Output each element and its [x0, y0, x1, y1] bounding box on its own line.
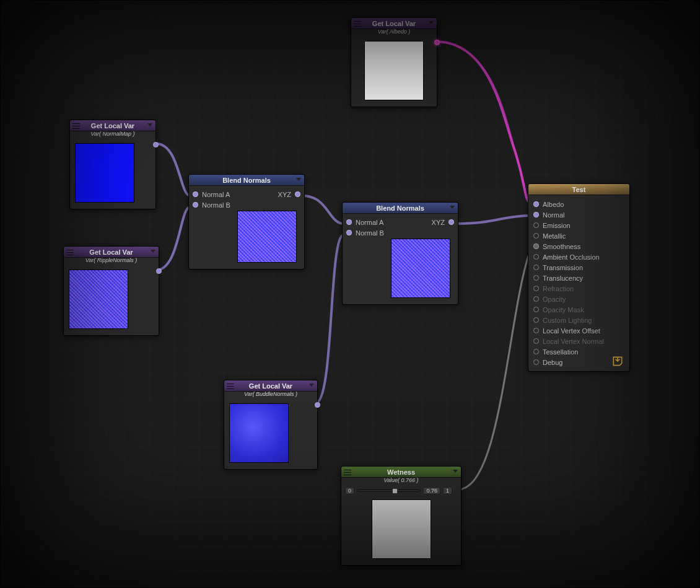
- node-header[interactable]: Get Local Var: [70, 120, 155, 131]
- slider-track[interactable]: [357, 489, 421, 492]
- node-get-local-var-buddlenormals[interactable]: Get Local Var Var( BuddleNormals ): [224, 380, 318, 470]
- node-header[interactable]: Get Local Var: [224, 380, 317, 392]
- slider-min[interactable]: 0: [345, 487, 354, 494]
- master-pin[interactable]: Opacity: [533, 294, 623, 304]
- drag-handle-icon[interactable]: [354, 20, 361, 27]
- drag-handle-icon[interactable]: [72, 122, 80, 129]
- node-subtitle: Var( BuddleNormals ): [224, 391, 317, 397]
- input-port[interactable]: [533, 233, 539, 239]
- pin-label: Custom Lighting: [543, 317, 592, 324]
- input-port[interactable]: [533, 286, 539, 291]
- node-header[interactable]: Get Local Var: [64, 247, 159, 258]
- master-pin-list: AlbedoNormalEmissionMetallicSmoothnessAm…: [528, 195, 629, 371]
- input-port-b[interactable]: [346, 230, 352, 235]
- master-pin[interactable]: Opacity Mask: [533, 304, 623, 315]
- node-title: Blend Normals: [376, 204, 424, 212]
- input-port[interactable]: [533, 254, 539, 260]
- pin-label: Local Vertex Offset: [543, 327, 600, 335]
- input-port[interactable]: [533, 265, 539, 270]
- node-title: Wetness: [387, 468, 415, 476]
- master-pin[interactable]: Tessellation: [533, 346, 623, 357]
- output-port[interactable]: [434, 40, 440, 45]
- node-title: Get Local Var: [372, 20, 416, 27]
- master-pin[interactable]: Custom Lighting: [533, 315, 623, 325]
- preview-swatch: [364, 41, 424, 100]
- input-port[interactable]: [533, 244, 539, 249]
- node-title: Blend Normals: [222, 177, 271, 184]
- master-pin[interactable]: Refraction: [533, 283, 623, 294]
- chevron-down-icon[interactable]: [450, 206, 455, 209]
- master-pin[interactable]: Smoothness: [533, 241, 623, 252]
- slider-max[interactable]: 1: [443, 487, 452, 494]
- node-wetness[interactable]: Wetness Value( 0.766 ) 0 0.76 1: [341, 466, 462, 566]
- input-port[interactable]: [533, 307, 539, 312]
- chevron-down-icon[interactable]: [296, 178, 301, 181]
- pin-label: Ambient Occlusion: [543, 253, 600, 261]
- node-header[interactable]: Blend Normals: [189, 175, 304, 186]
- master-pin[interactable]: Albedo: [533, 199, 623, 209]
- input-port[interactable]: [533, 349, 539, 354]
- pin-label: Local Vertex Normal: [543, 338, 604, 345]
- output-port-xyz[interactable]: [295, 191, 300, 197]
- input-port[interactable]: [533, 328, 539, 333]
- input-port[interactable]: [533, 359, 539, 365]
- chevron-down-icon[interactable]: [309, 384, 314, 387]
- master-pin[interactable]: Ambient Occlusion: [533, 252, 623, 262]
- input-port[interactable]: [533, 212, 539, 217]
- port-label: Normal A: [202, 191, 230, 198]
- master-pin[interactable]: Transmission: [533, 262, 623, 273]
- node-header[interactable]: Get Local Var: [351, 18, 437, 29]
- drag-handle-icon[interactable]: [227, 382, 234, 390]
- input-port[interactable]: [533, 201, 539, 207]
- output-port-xyz[interactable]: [448, 219, 454, 225]
- preview-swatch: [237, 211, 297, 263]
- pin-label: Albedo: [543, 201, 564, 208]
- slider-value[interactable]: 0.76: [423, 487, 440, 494]
- master-pin[interactable]: Normal: [533, 209, 623, 220]
- master-pin[interactable]: Translucency: [533, 273, 623, 283]
- input-port[interactable]: [533, 317, 539, 323]
- chevron-down-icon[interactable]: [151, 250, 155, 253]
- master-pin[interactable]: Metallic: [533, 230, 623, 241]
- output-port[interactable]: [153, 142, 159, 147]
- node-blend-normals-2[interactable]: Blend Normals Normal A XYZ Normal B: [342, 202, 458, 305]
- port-label: Normal B: [202, 201, 230, 209]
- output-port[interactable]: [156, 268, 162, 274]
- node-header[interactable]: Wetness: [341, 467, 461, 478]
- master-pin[interactable]: Local Vertex Offset: [533, 325, 623, 336]
- node-get-local-var-ripplenormals[interactable]: Get Local Var Var( RippleNormals ): [63, 246, 159, 336]
- input-port[interactable]: [533, 296, 539, 302]
- save-icon[interactable]: [611, 355, 624, 367]
- node-get-local-var-albedo[interactable]: Get Local Var Var( Albedo ): [351, 17, 437, 107]
- input-port-a[interactable]: [193, 191, 198, 197]
- pin-label: Opacity: [543, 296, 566, 303]
- input-port[interactable]: [533, 275, 539, 281]
- node-header[interactable]: Blend Normals: [343, 203, 458, 214]
- pin-label: Transmission: [543, 264, 583, 271]
- node-title: Test: [572, 186, 586, 193]
- preview-swatch: [391, 239, 450, 298]
- node-blend-normals-1[interactable]: Blend Normals Normal A XYZ Normal B: [188, 174, 305, 270]
- input-port[interactable]: [533, 338, 539, 344]
- input-port[interactable]: [533, 222, 539, 228]
- drag-handle-icon[interactable]: [66, 248, 74, 256]
- chevron-down-icon[interactable]: [429, 21, 434, 24]
- master-pin[interactable]: Local Vertex Normal: [533, 336, 623, 346]
- node-subtitle: Var( Albedo ): [351, 29, 437, 35]
- pin-label: Smoothness: [543, 243, 580, 250]
- master-pin[interactable]: Debug: [533, 357, 623, 367]
- pin-label: Normal: [543, 211, 564, 219]
- input-port-a[interactable]: [346, 219, 352, 225]
- slider-knob[interactable]: [392, 488, 398, 494]
- node-subtitle: Var( RippleNormals ): [64, 257, 159, 263]
- node-get-local-var-normalmap[interactable]: Get Local Var Var( NormalMap ): [69, 120, 156, 209]
- chevron-down-icon[interactable]: [147, 123, 152, 126]
- master-pin[interactable]: Emission: [533, 220, 623, 230]
- preview-swatch: [229, 403, 289, 463]
- drag-handle-icon[interactable]: [344, 468, 351, 476]
- input-port-b[interactable]: [193, 202, 198, 208]
- node-master-output[interactable]: Test AlbedoNormalEmissionMetallicSmoothn…: [528, 183, 630, 372]
- chevron-down-icon[interactable]: [453, 470, 458, 473]
- node-header[interactable]: Test: [528, 184, 629, 195]
- output-port[interactable]: [315, 402, 320, 408]
